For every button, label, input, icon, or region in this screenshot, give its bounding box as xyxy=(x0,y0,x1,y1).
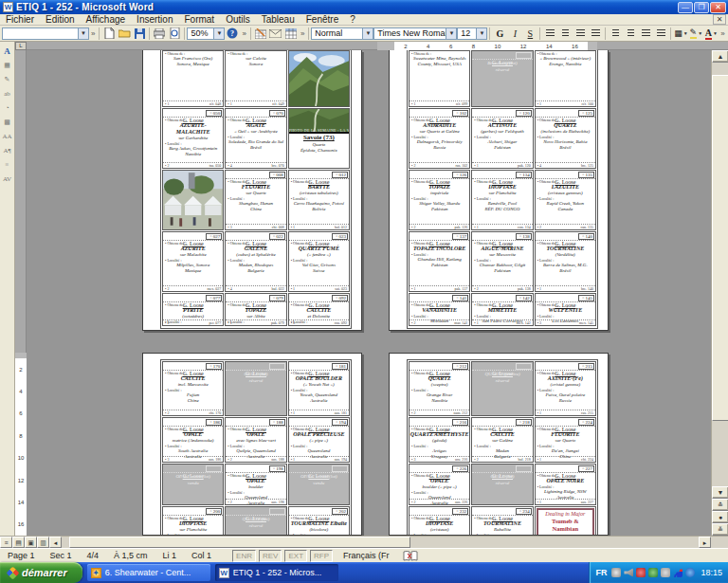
help-button[interactable]: ? xyxy=(225,27,240,41)
label-cell[interactable]: G. Loose° 120• Obtenu de :ACTINOTE(gerbe… xyxy=(471,108,533,169)
label-cell[interactable]: G. Loose° 226• Obtenu de :OPALEboulder (… xyxy=(409,464,470,505)
web-layout-view-icon[interactable]: ▤ xyxy=(12,537,25,548)
label-cell[interactable]: • Obtenu de :« Brownwood » (intérieur)Er… xyxy=(535,50,596,107)
select-browse-object-icon[interactable]: ● xyxy=(712,511,728,523)
normal-view-icon[interactable]: ≡ xyxy=(0,537,12,548)
ad-cell[interactable]: Dealing in MajorTsumeb & Namibian Collec… xyxy=(535,506,596,536)
tray-icon-volume[interactable] xyxy=(624,568,633,577)
label-cell[interactable]: G. Loose° 200• Obtenu de :DIOPTASEsur Pl… xyxy=(162,506,224,536)
next-page-icon[interactable]: ≚ xyxy=(712,523,728,536)
label-cell[interactable]: G. Loose° 138• Obtenu de :AIGUE-MARINEsu… xyxy=(471,231,533,292)
minimize-button[interactable]: — xyxy=(678,2,693,13)
close-document-icon[interactable]: ✕ xyxy=(713,14,726,25)
scrollbar-thumb[interactable] xyxy=(69,537,410,548)
chevron-down-icon[interactable]: ▼ xyxy=(446,28,456,39)
label-cell[interactable]: G. Loose° 135• Obtenu de :LAZULITE(crist… xyxy=(535,170,596,230)
status-flag-rev[interactable]: REV xyxy=(259,550,282,562)
label-cell[interactable]: G. Loose° 186• Obtenu de :OPALEmatrice (… xyxy=(162,417,224,463)
toolbar-options-icon[interactable]: » xyxy=(91,29,95,38)
pattern-icon[interactable]: ▩ xyxy=(1,116,13,128)
align-center-button[interactable] xyxy=(557,27,573,41)
autotext-icon[interactable]: ab xyxy=(1,87,13,100)
label-cell-selected[interactable]: G. LooseOPALE (lot)réservé xyxy=(225,361,286,416)
print-button[interactable] xyxy=(152,27,167,41)
label-cell[interactable]: G. Loose° 218• Obtenu de :CALCITEsur Gal… xyxy=(471,417,533,463)
mail-merge-button[interactable] xyxy=(268,27,283,41)
document-canvas[interactable]: • Obtenu de :San Francisco (Ore)Sonora, … xyxy=(27,50,711,536)
label-cell[interactable]: G. Loose° 140• Obtenu de :TOURMALINE(Ver… xyxy=(535,231,596,292)
restore-button[interactable]: ❐ xyxy=(694,2,709,13)
label-cell[interactable]: G. Loose° 202• Obtenu de :TOURMALINE Elb… xyxy=(288,506,350,536)
photo-caption-cell[interactable]: PHOTO DE LA SEMAINE : LA VANOISESavoie (… xyxy=(288,108,350,169)
scroll-left-icon[interactable]: ◂ xyxy=(49,537,62,548)
label-cell[interactable]: G. Loose° 134• Obtenu de :DIOPTASEsur Pl… xyxy=(471,170,533,230)
label-cell[interactable]: G. Loose° 125• Obtenu de :QUARTZ(inclusi… xyxy=(535,108,596,169)
chevron-down-icon[interactable]: ▼ xyxy=(362,28,373,39)
label-cell[interactable]: G. Loose° 050• Obtenu de :AZURITE-MALACH… xyxy=(162,108,224,169)
bold-button[interactable]: G xyxy=(492,27,507,41)
document-page-1[interactable]: • Obtenu de :San Francisco (Ore)Sonora, … xyxy=(142,50,362,331)
status-flag-enr[interactable]: ENR xyxy=(232,550,256,562)
label-cell[interactable]: G. Loose° 234• Obtenu de :TOURMALINERube… xyxy=(471,506,533,536)
label-cell-selected[interactable]: G. LooseOPALE cristal (lot)vendu xyxy=(288,464,350,505)
font-color-button[interactable]: A▼ xyxy=(703,27,719,41)
label-cell[interactable]: G. Loose° 227• Obtenu de :OPALE NOIRE• L… xyxy=(535,464,596,505)
toolbar-options-icon[interactable]: » xyxy=(720,29,724,38)
toolbar-options-icon[interactable]: » xyxy=(242,29,246,38)
label-cell[interactable]: G. Loose° 142• Obtenu de :MIMÉTITE• Loca… xyxy=(471,293,533,326)
font-combo[interactable]: Times New Roman ▼ xyxy=(373,27,457,40)
print-preview-button[interactable] xyxy=(167,27,182,41)
label-cell[interactable]: G. Loose° 126• Obtenu de :TOPAZEimpérial… xyxy=(409,170,470,230)
wordart-icon[interactable]: A xyxy=(1,45,13,57)
new-document-button[interactable] xyxy=(101,27,117,41)
taskbar-clock[interactable]: 18:15 xyxy=(701,568,722,577)
label-cell[interactable]: G. Loose° 170• Obtenu de :CALCITEincl. M… xyxy=(162,361,224,416)
address-combo[interactable]: ▼ xyxy=(2,27,89,40)
close-button[interactable]: ✕ xyxy=(710,2,726,13)
label-cell[interactable]: G. Loose° 070• Obtenu de :AGATE« Oeil » … xyxy=(225,108,286,169)
label-cell[interactable]: G. Loose° 145• Obtenu de :WULFÉNITE• Loc… xyxy=(535,293,596,326)
label-cell[interactable]: • Obtenu de :San Francisco (Ore)Sonora, … xyxy=(162,50,224,107)
language-indicator[interactable]: FR xyxy=(595,568,607,577)
decrease-indent-button[interactable] xyxy=(638,27,653,41)
menu-?[interactable]: ? xyxy=(344,14,361,25)
tables-and-borders-button[interactable] xyxy=(253,27,268,41)
vertical-ruler[interactable]: 246810121416 xyxy=(15,50,27,536)
label-cell[interactable]: G. Loose° 077• Obtenu de :PYRITE(octaèdr… xyxy=(162,293,224,326)
label-cell[interactable]: G. Loose° 141• Obtenu de :VANADINITE• Lo… xyxy=(409,293,470,326)
ruler-right-margin[interactable] xyxy=(588,42,597,50)
photo-cell[interactable] xyxy=(162,170,224,230)
tray-icon-shield[interactable] xyxy=(648,568,658,577)
char-spacing-icon[interactable]: AV xyxy=(1,173,13,185)
justify-button[interactable] xyxy=(588,27,603,41)
draw-icon[interactable]: ✎ xyxy=(1,73,13,85)
label-cell[interactable]: G. Loose° 079• Obtenu de :TOPAZEsur Albi… xyxy=(225,293,286,326)
insert-table-button[interactable] xyxy=(283,27,299,41)
label-cell[interactable]: G. Loose° 137• Obtenu de :TOPAZE INCOLOR… xyxy=(409,231,470,292)
label-cell-selected[interactable]: G. LooseQUARTZ (lot)réservé xyxy=(225,506,286,536)
borders-button[interactable]: ▦▼ xyxy=(673,27,688,41)
taskbar-task-1[interactable]: ✦6. Shearwater - Cent... xyxy=(87,564,210,581)
label-cell-selected[interactable]: G. LooseQUARTZ (fenêtre)réservé xyxy=(471,361,533,416)
tray-icon-update[interactable] xyxy=(661,568,670,577)
scroll-down-icon[interactable]: ▼ xyxy=(712,486,728,499)
horizontal-scrollbar[interactable]: ≡ ▤ ▣ ▥ ◂ ▸ xyxy=(0,536,728,548)
label-cell[interactable]: G. Loose° 224• Obtenu de :FLUORITEsur Qu… xyxy=(535,417,596,463)
label-cell[interactable]: G. Loose° 198• Obtenu de :OPALEboulder• … xyxy=(225,464,286,505)
label-cell[interactable]: G. Loose° 023• Obtenu de :QUARTZ FUMÉ(« … xyxy=(288,231,350,292)
line-spacing-icon[interactable]: ≡ xyxy=(1,158,13,171)
menu-format[interactable]: Format xyxy=(178,14,220,25)
label-cell[interactable]: G. Loose° 012• Obtenu de :BARYTE(cristau… xyxy=(288,170,350,230)
numbered-list-button[interactable] xyxy=(608,27,623,41)
previous-page-icon[interactable]: ≛ xyxy=(712,499,728,511)
zoom-combo[interactable]: 50% ▼ xyxy=(187,27,225,40)
start-button[interactable]: démarrer xyxy=(0,562,82,583)
scroll-right-icon[interactable]: ▸ xyxy=(699,537,711,548)
print-layout-view-icon[interactable]: ▣ xyxy=(25,537,37,548)
ruler-left-margin[interactable] xyxy=(377,42,394,50)
label-cell[interactable]: G. Loose° 092• Obtenu de :CALCITEet Dolo… xyxy=(288,293,350,326)
align-right-button[interactable] xyxy=(573,27,588,41)
document-page-4[interactable]: G. Loose° 212• Obtenu de :QUARTZ(sceptre… xyxy=(389,353,609,536)
increase-indent-button[interactable] xyxy=(653,27,668,41)
chevron-down-icon[interactable]: ▼ xyxy=(78,28,88,39)
